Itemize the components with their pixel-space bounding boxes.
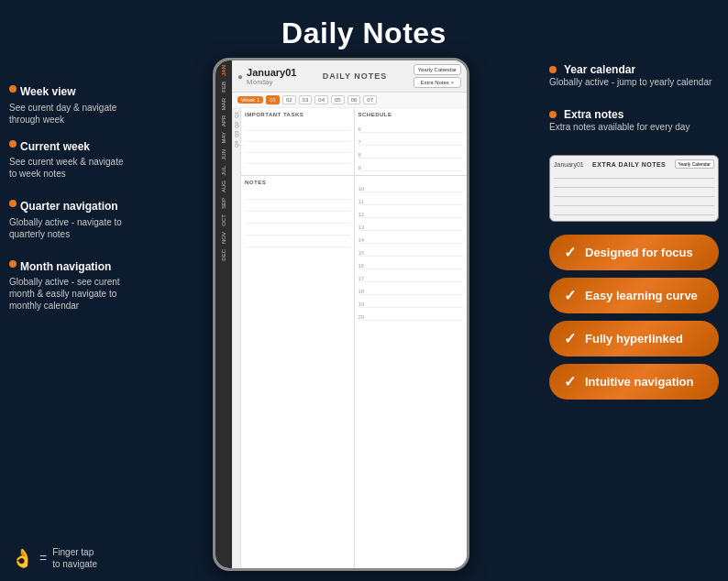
planner-body: Q1 Q2 Q3 Q4 IMPORTANT TASKS <box>232 108 467 568</box>
extra-line-2 <box>554 181 714 188</box>
extra-line-4 <box>554 199 714 206</box>
task-line-4 <box>245 153 350 164</box>
note-line-1 <box>245 188 350 200</box>
equals-sign: = <box>39 551 47 565</box>
week-day-01[interactable]: 01 <box>266 95 280 104</box>
right-annotations: Year calendar Globally active - jump to … <box>549 63 719 142</box>
month-apr[interactable]: APR <box>221 113 226 129</box>
task-line-1 <box>245 120 350 131</box>
sched-19: 19 <box>358 295 464 308</box>
week-day-06[interactable]: 06 <box>347 95 361 104</box>
left-annotations: Week view See curent day & navigate thro… <box>9 58 133 581</box>
header-buttons: Yearly Calendar Extra Notes > <box>414 64 461 88</box>
dot-month-nav <box>9 260 17 268</box>
check-icon-focus: ✓ <box>564 244 576 261</box>
tap-text: Finger tapto navigate <box>52 546 97 570</box>
note-line-5 <box>245 236 350 247</box>
annotation-quarter-nav: Quarter navigation Globally active - nav… <box>9 200 133 240</box>
annotation-year-cal-title: Year calendar <box>564 63 635 76</box>
extra-notes-button[interactable]: Extra Notes > <box>414 77 461 88</box>
schedule-header: SCHEDULE <box>358 112 464 117</box>
month-jan[interactable]: JAN <box>221 62 226 79</box>
q1-label[interactable]: Q1 <box>234 112 239 118</box>
annotation-quarter-nav-desc: Globally active - navigate to quarterly … <box>9 216 133 240</box>
tasks-header: IMPORTANT TASKS <box>245 112 350 117</box>
week-day-07[interactable]: 07 <box>363 95 377 104</box>
planner-main: IMPORTANT TASKS SCHEDULE 6 7 <box>241 108 467 568</box>
month-jun[interactable]: JUN <box>221 147 226 163</box>
annotation-extra-notes-desc: Extra notes available for every day <box>549 121 719 133</box>
extra-line-5 <box>554 208 714 215</box>
sched-16: 16 <box>358 257 464 269</box>
task-line-3 <box>245 142 350 153</box>
month-may[interactable]: MAY <box>221 129 226 147</box>
dot-week-view <box>9 85 17 93</box>
month-mar[interactable]: MAR <box>221 95 226 113</box>
extra-line-1 <box>554 171 714 179</box>
annotation-week-view-title: Week view <box>20 85 75 100</box>
feature-text-focus: Designed for focus <box>585 246 693 259</box>
month-aug[interactable]: AUG <box>221 178 226 195</box>
device-area: JAN FEB MAR APR MAY JUN JUL AUG SEP OCT … <box>140 58 542 581</box>
sched-12: 12 <box>358 205 464 218</box>
sched-15: 15 <box>358 244 464 257</box>
week-day-03[interactable]: 03 <box>299 95 313 104</box>
annotation-current-week-title: Current week <box>20 140 90 155</box>
sched-8: 8 <box>358 146 464 159</box>
annotation-month-nav-title: Month navigation <box>20 260 111 275</box>
day-name: Monday <box>247 78 296 86</box>
month-jul[interactable]: JUL <box>221 163 226 179</box>
month-feb[interactable]: FEB <box>221 79 226 95</box>
month-oct[interactable]: OCT <box>221 212 226 229</box>
annotation-week-view: Week view See curent day & navigate thro… <box>9 85 133 126</box>
dot-quarter-nav <box>9 200 17 207</box>
sched-11: 11 <box>358 192 464 205</box>
feature-badges: ✓ Designed for focus ✓ Easy learning cur… <box>549 235 719 400</box>
feature-badge-navigation: ✓ Intuitive navigation <box>549 364 719 400</box>
feature-badge-focus: ✓ Designed for focus <box>549 235 719 270</box>
right-panel: Year calendar Globally active - jump to … <box>549 58 719 581</box>
tasks-column: IMPORTANT TASKS <box>241 108 355 175</box>
week-row: Week 1 01 02 03 04 05 06 07 <box>232 93 467 108</box>
q3-label[interactable]: Q3 <box>234 131 239 137</box>
annotation-quarter-nav-title: Quarter navigation <box>20 200 118 214</box>
sched-6: 6 <box>358 120 464 133</box>
extra-notes-date: January01 <box>554 161 584 168</box>
extra-notes-preview-header: January01 EXTRA DAILY NOTES Yearly Calen… <box>554 159 714 169</box>
month-nov[interactable]: NOV <box>221 229 226 247</box>
month-dec[interactable]: DEC <box>221 247 226 264</box>
quarter-sidebar: Q1 Q2 Q3 Q4 <box>232 108 241 568</box>
extra-line-3 <box>554 190 714 197</box>
top-section: IMPORTANT TASKS SCHEDULE 6 7 <box>241 108 467 176</box>
note-line-2 <box>245 200 350 212</box>
sched-17: 17 <box>358 269 464 282</box>
sched-13: 13 <box>358 218 464 231</box>
sched-18: 18 <box>358 282 464 295</box>
dot-extra-notes <box>549 111 557 118</box>
device-inner: JAN FEB MAR APR MAY JUN JUL AUG SEP OCT … <box>215 60 467 568</box>
q4-label[interactable]: Q4 <box>234 141 239 148</box>
check-icon-learning: ✓ <box>564 287 576 304</box>
annotation-week-view-desc: See curent day & navigate through week <box>9 102 133 126</box>
week-label[interactable]: Week 1 <box>237 96 263 104</box>
finger-icon: 👌 <box>11 547 34 569</box>
q2-label[interactable]: Q2 <box>234 122 239 128</box>
main-layout: Week view See curent day & navigate thro… <box>0 50 728 581</box>
extra-notes-yearly-btn[interactable]: Yearly Calendar <box>675 159 714 169</box>
week-day-05[interactable]: 05 <box>331 95 345 104</box>
annotation-current-week: Current week See curent week & navigate … <box>9 140 133 181</box>
yearly-calendar-button[interactable]: Yearly Calendar <box>414 64 461 75</box>
feature-text-learning: Easy learning curve <box>585 289 698 302</box>
header-left: ● January01 Monday <box>237 67 296 86</box>
month-bar: JAN FEB MAR APR MAY JUN JUL AUG SEP OCT … <box>215 60 232 568</box>
daily-notes-label: DAILY NOTES <box>323 71 388 81</box>
week-day-02[interactable]: 02 <box>282 95 296 104</box>
dot-year-cal <box>549 66 557 73</box>
annotation-month-nav-desc: Globally active - see curent month & eas… <box>9 276 133 312</box>
check-icon-hyperlinked: ✓ <box>564 330 576 347</box>
sched-10: 10 <box>358 180 464 192</box>
week-day-04[interactable]: 04 <box>314 95 328 104</box>
feature-badge-hyperlinked: ✓ Fully hyperlinked <box>549 321 719 356</box>
extra-notes-label: EXTRA DAILY NOTES <box>592 161 666 168</box>
month-sep[interactable]: SEP <box>221 195 226 212</box>
